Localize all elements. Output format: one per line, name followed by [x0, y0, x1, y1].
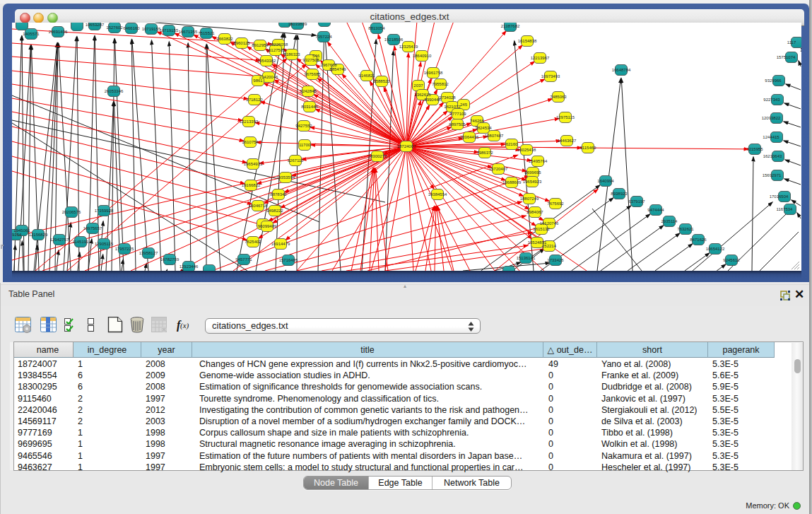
svg-text:19654933: 19654933	[244, 162, 263, 166]
svg-text:16210643: 16210643	[763, 154, 782, 158]
svg-text:8186323: 8186323	[283, 52, 300, 57]
svg-text:7663822: 7663822	[216, 37, 233, 41]
svg-text:8471626: 8471626	[690, 238, 707, 242]
svg-text:9734028: 9734028	[439, 95, 456, 100]
svg-text:9474444: 9474444	[647, 208, 664, 212]
svg-text:10543382: 10543382	[257, 59, 276, 63]
svg-text:8912954: 8912954	[252, 43, 269, 47]
svg-text:12325419: 12325419	[399, 45, 418, 49]
svg-text:12156829: 12156829	[29, 233, 48, 237]
svg-text:746266: 746266	[470, 119, 485, 123]
svg-text:10719155: 10719155	[160, 28, 179, 33]
svg-text:12213393: 12213393	[240, 119, 259, 124]
svg-text:1640994: 1640994	[597, 179, 614, 183]
svg-text:7625402: 7625402	[245, 240, 261, 244]
svg-text:9457771: 9457771	[235, 257, 252, 262]
svg-text:9329966: 9329966	[765, 78, 782, 83]
svg-text:3267110: 3267110	[288, 158, 305, 163]
svg-text:2718120: 2718120	[246, 98, 263, 102]
svg-text:16782759: 16782759	[160, 257, 180, 262]
svg-text:15751074: 15751074	[777, 55, 796, 59]
svg-text:10654122: 10654122	[706, 247, 725, 251]
svg-text:21387682: 21387682	[501, 24, 520, 28]
svg-text:16127505: 16127505	[266, 48, 286, 52]
svg-text:16914479: 16914479	[271, 242, 290, 246]
svg-text:12093822: 12093822	[762, 116, 781, 120]
svg-text:16154838: 16154838	[518, 39, 537, 43]
svg-text:20691406: 20691406	[49, 30, 68, 34]
svg-text:17359928: 17359928	[95, 209, 114, 213]
svg-text:7357224: 7357224	[315, 35, 332, 39]
svg-text:9146821: 9146821	[358, 74, 375, 78]
svg-text:12213967: 12213967	[531, 56, 550, 60]
svg-text:18640910: 18640910	[413, 54, 432, 58]
svg-text:1733426: 1733426	[547, 258, 564, 262]
svg-text:10973493: 10973493	[541, 74, 560, 78]
svg-text:1615132: 1615132	[533, 227, 550, 231]
svg-text:252214: 252214	[542, 244, 557, 248]
svg-text:10719155: 10719155	[142, 27, 161, 31]
svg-text:1527602: 1527602	[106, 25, 123, 30]
svg-text:19654923: 19654923	[523, 180, 542, 184]
svg-text:245: 245	[460, 103, 468, 107]
svg-text:6379197: 6379197	[628, 199, 645, 204]
svg-text:20206576: 20206576	[62, 210, 81, 214]
svg-text:8960125: 8960125	[233, 41, 250, 45]
svg-text:3824534: 3824534	[475, 126, 492, 130]
svg-text:6897505: 6897505	[449, 122, 466, 127]
svg-text:9861: 9861	[253, 78, 263, 83]
svg-text:7515521: 7515521	[198, 31, 215, 35]
svg-text:2037: 2037	[413, 83, 423, 88]
svg-text:19218506: 19218506	[384, 37, 404, 42]
svg-text:16046718: 16046718	[249, 204, 268, 208]
svg-text:10688609: 10688609	[502, 180, 522, 185]
svg-text:17957225: 17957225	[115, 247, 134, 251]
svg-text:12942757: 12942757	[50, 238, 69, 242]
svg-text:15692971: 15692971	[763, 173, 782, 177]
svg-text:16961758: 16961758	[424, 71, 443, 75]
svg-text:17016504: 17016504	[770, 194, 789, 199]
svg-text:7485063: 7485063	[550, 95, 567, 99]
svg-text:7955812: 7955812	[432, 82, 449, 86]
svg-text:9115460: 9115460	[580, 146, 597, 150]
svg-text:1621072: 1621072	[444, 105, 461, 109]
svg-text:18724007: 18724007	[397, 144, 416, 148]
svg-text:8878342: 8878342	[270, 192, 287, 197]
svg-text:20364436: 20364436	[460, 135, 479, 139]
svg-text:15495764: 15495764	[529, 159, 548, 163]
svg-text:2984067: 2984067	[526, 210, 543, 214]
svg-text:53226058: 53226058	[269, 42, 288, 47]
svg-text:9699695: 9699695	[524, 170, 541, 175]
svg-text:19166822: 19166822	[242, 183, 261, 187]
svg-text:62160: 62160	[506, 142, 518, 146]
svg-text:16033809: 16033809	[288, 23, 307, 26]
svg-text:12923446: 12923446	[180, 264, 199, 269]
svg-text:1167534: 1167534	[777, 207, 794, 211]
svg-text:39154: 39154	[12, 233, 22, 237]
svg-text:1362615: 1362615	[414, 93, 431, 97]
svg-text:(x): (x)	[180, 321, 189, 330]
svg-text:12975115: 12975115	[556, 115, 575, 119]
svg-text:11700: 11700	[299, 143, 311, 147]
svg-text:16648784: 16648784	[612, 68, 631, 72]
svg-text:9242848: 9242848	[300, 89, 317, 93]
svg-text:8813054: 8813054	[368, 26, 385, 30]
svg-text:16120746: 16120746	[540, 221, 559, 226]
svg-text:7675692: 7675692	[547, 201, 564, 206]
svg-text:9245612: 9245612	[723, 258, 740, 262]
svg-text:2935114: 2935114	[661, 219, 678, 223]
svg-text:96099489: 96099489	[258, 224, 277, 228]
svg-text:9327508: 9327508	[302, 58, 319, 62]
svg-text:19384554: 19384554	[428, 192, 447, 197]
svg-text:13958127: 13958127	[139, 251, 158, 255]
svg-text:8854749: 8854749	[329, 67, 346, 71]
svg-text:15720407: 15720407	[489, 167, 508, 171]
svg-text:3215955: 3215955	[746, 147, 763, 151]
svg-text:9777109: 9777109	[449, 112, 466, 116]
svg-text:10807487: 10807487	[485, 134, 504, 138]
svg-text:26053346: 26053346	[105, 89, 124, 93]
svg-text:1244415: 1244415	[763, 135, 779, 139]
svg-text:1117: 1117	[787, 40, 796, 45]
svg-text:1610754: 1610754	[242, 140, 259, 144]
svg-text:8938923: 8938923	[611, 192, 628, 196]
